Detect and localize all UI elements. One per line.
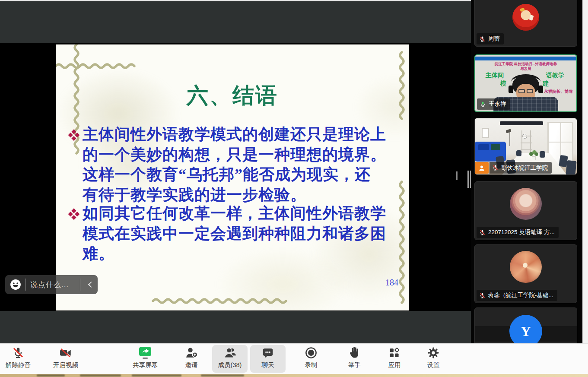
letter-avatar: Y [509, 315, 542, 343]
video-text: 模 [500, 80, 506, 88]
chair [566, 160, 576, 175]
flower-avatar [510, 251, 542, 283]
sidebar-resize-handle[interactable] [467, 171, 471, 188]
portrait-avatar [510, 188, 542, 220]
members-button[interactable]: 成员(38) [212, 345, 248, 373]
presentation-slide: 六、结语 主体间性外语教学模式的创建还只是理论上 的一个美妙的构想，只是一种理想… [56, 44, 409, 310]
slide-bullet-text: 如同其它任何改革一样，主体间性外语教学 模式在实践中一定会遇到种种阻力和诸多困 … [83, 203, 406, 264]
video-text: 永祥院长、博导 [544, 89, 573, 95]
members-label: 成员(38) [218, 361, 242, 369]
mic-muted-icon [492, 165, 499, 171]
invite-button[interactable]: 邀请 [174, 345, 209, 373]
shared-screen-top-band [0, 1, 471, 43]
chat-input-placeholder[interactable]: 说点什么... [30, 280, 76, 290]
panel-expand-arrow[interactable] [456, 173, 466, 184]
participant-tile[interactable]: 周蕾 [474, 0, 577, 47]
sofa-cushion [478, 144, 489, 150]
mic-muted-icon [479, 36, 486, 42]
raise-hand-label: 举手 [348, 361, 361, 369]
smiley-icon[interactable] [10, 279, 21, 290]
share-screen-label: 共享屏幕 [133, 361, 158, 369]
meeting-window: 六、结语 主体间性外语教学模式的创建还只是理论上 的一个美妙的构想，只是一种理想… [0, 0, 588, 377]
slide-page-number: 184 [379, 278, 405, 288]
participant-tile[interactable]: Y [474, 307, 577, 343]
unmute-label: 解除静音 [6, 361, 31, 369]
video-text: 语教学 [546, 72, 564, 79]
settings-gear-icon [427, 345, 439, 361]
record-button[interactable]: 录制 [293, 345, 329, 373]
participant-name: 220712025 英语笔译 方... [488, 228, 555, 236]
participant-tile[interactable]: 蒋蓉（皖江工学院-基础... [474, 244, 577, 303]
red-cartoon-avatar [512, 4, 539, 31]
divider [80, 279, 80, 291]
headphone-earcup [509, 86, 513, 93]
raise-hand-icon [348, 345, 360, 361]
mic-muted-icon [479, 229, 486, 236]
invite-label: 邀请 [185, 361, 198, 369]
camera-muted-icon [59, 345, 73, 361]
desktop-taskbar-sliver [0, 374, 588, 377]
participant-tile-speaking[interactable]: 皖江工学院 科技活动月--外语教师培养 与发展 主体间 语教学 模 建 永祥院长… [474, 54, 577, 112]
chevron-right-icon [456, 171, 458, 180]
ceiling-light [500, 121, 543, 125]
video-text: 与发展 [475, 67, 576, 72]
shared-screen-bottom-band [0, 311, 471, 343]
raise-hand-button[interactable]: 举手 [337, 345, 372, 373]
unmute-button[interactable]: 解除静音 [0, 345, 36, 373]
divider [25, 279, 26, 291]
start-video-button[interactable]: 开启视频 [48, 345, 83, 373]
slide-title: 六、结语 [56, 81, 409, 110]
sidebar-scrollbar[interactable] [582, 0, 588, 343]
chair [540, 151, 545, 158]
invite-icon [185, 345, 198, 361]
settings-label: 设置 [427, 361, 440, 369]
video-slide-header [475, 57, 576, 60]
record-label: 录制 [305, 361, 318, 369]
shared-screen-area: 六、结语 主体间性外语教学模式的创建还只是理论上 的一个美妙的构想，只是一种理想… [0, 0, 471, 343]
glasses [518, 89, 534, 93]
participant-name: 王永祥 [489, 100, 506, 108]
chat-collapse-button[interactable] [85, 275, 98, 294]
participant-name: 彭饮冰皖江工学院 [501, 164, 548, 172]
chat-label: 聊天 [262, 361, 274, 369]
chair [516, 150, 521, 156]
sofa-cushion [491, 144, 500, 150]
chat-quick-bubble[interactable]: 说点什么... [5, 275, 98, 294]
mic-muted-icon [479, 292, 486, 299]
settings-button[interactable]: 设置 [416, 345, 451, 373]
chevron-left-icon [88, 282, 94, 288]
participant-name: 周蕾 [488, 35, 500, 43]
mic-muted-icon [12, 345, 25, 361]
record-icon [305, 345, 318, 361]
chat-icon [261, 345, 274, 361]
participant-tile[interactable]: 彭饮冰皖江工学院 [474, 118, 577, 175]
slide-bullet-text: 主体间性外语教学模式的创建还只是理论上 的一个美妙的构想，只是一种理想的境界。 … [83, 124, 406, 205]
video-text: 建 [543, 80, 549, 88]
participant-name: 蒋蓉（皖江工学院-基础... [488, 291, 553, 299]
screen-share-icon [138, 345, 153, 361]
chat-button[interactable]: 聊天 [250, 345, 286, 373]
wall-art [482, 128, 489, 138]
video-text: 主体间 [486, 72, 504, 79]
apps-button[interactable]: 应用 [377, 345, 412, 373]
share-screen-button[interactable]: 共享屏幕 [127, 345, 163, 373]
mic-on-icon [480, 101, 486, 108]
floor-lamp [509, 131, 510, 146]
meeting-toolbar: 解除静音 开启视频 共享屏幕 [0, 343, 588, 374]
apps-icon [388, 345, 400, 361]
start-video-label: 开启视频 [53, 361, 78, 369]
members-icon [223, 345, 236, 361]
headphone-earcup [538, 86, 543, 93]
participant-tile[interactable]: 220712025 英语笔译 方... [474, 181, 577, 240]
host-badge-icon [475, 162, 489, 174]
plant-pot [532, 156, 536, 160]
apps-label: 应用 [388, 361, 401, 369]
participants-sidebar: 周蕾 皖江工学院 科技活动月--外语教师培养 与发展 主体间 语教学 模 建 永… [471, 0, 588, 343]
